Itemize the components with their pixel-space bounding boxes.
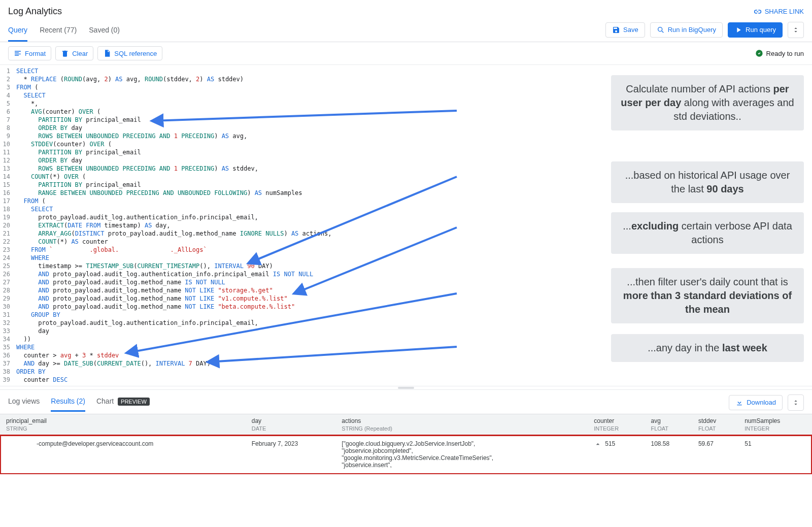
bigquery-icon	[657, 26, 665, 34]
page-title: Log Analytics	[8, 6, 62, 17]
line-gutter: 1234567891011121314151617181920212223242…	[0, 65, 14, 386]
editor-toolbar: Format Clear SQL reference Ready to run	[0, 42, 812, 64]
results-expand-button[interactable]	[788, 394, 804, 411]
doc-icon	[103, 49, 111, 57]
tab-results[interactable]: Results (2)	[51, 393, 85, 412]
page-header: Log Analytics SHARE LINK	[0, 0, 812, 21]
column-header[interactable]: numSamplesINTEGER	[738, 414, 812, 435]
tab-chart[interactable]: Chart PREVIEW	[96, 393, 150, 412]
sql-editor[interactable]: 1234567891011121314151617181920212223242…	[0, 65, 812, 386]
save-icon	[612, 26, 620, 34]
column-header[interactable]: dayDATE	[246, 414, 336, 435]
table-row[interactable]: -compute@developer.gserviceaccount.comFe…	[0, 435, 812, 474]
clear-button[interactable]: Clear	[55, 46, 93, 60]
column-header[interactable]: principal_emailSTRING	[0, 414, 246, 435]
drag-handle[interactable]	[0, 386, 812, 390]
column-header[interactable]: stddevFLOAT	[692, 414, 738, 435]
trash-icon	[61, 49, 69, 57]
expand-toggle-button[interactable]	[788, 22, 804, 38]
column-header[interactable]: avgFLOAT	[645, 414, 692, 435]
svg-line-1	[662, 31, 663, 32]
results-table: principal_emailSTRINGdayDATEactionsSTRIN…	[0, 414, 812, 474]
link-icon	[753, 7, 762, 16]
unfold-icon	[792, 399, 800, 407]
unfold-icon	[792, 26, 800, 34]
format-icon	[14, 49, 22, 57]
column-header[interactable]: counterINTEGER	[588, 414, 645, 435]
run-bigquery-button[interactable]: Run in BigQuery	[650, 22, 723, 38]
code-area[interactable]: SELECT * REPLACE (ROUND(avg, 2) AS avg, …	[14, 65, 812, 386]
results-tabbar: Log views Results (2) Chart PREVIEW Down…	[0, 390, 812, 412]
tab-logviews[interactable]: Log views	[8, 393, 40, 412]
format-button[interactable]: Format	[8, 46, 51, 60]
save-button[interactable]: Save	[605, 22, 645, 38]
preview-badge: PREVIEW	[118, 398, 150, 406]
results-header-row: principal_emailSTRINGdayDATEactionsSTRIN…	[0, 414, 812, 435]
tab-saved[interactable]: Saved (0)	[89, 21, 120, 42]
sql-editor-wrap: 1234567891011121314151617181920212223242…	[0, 64, 812, 386]
sql-reference-button[interactable]: SQL reference	[97, 46, 162, 60]
chevron-up-icon	[594, 440, 602, 448]
column-header[interactable]: actionsSTRING (Repeated)	[335, 414, 588, 435]
svg-point-0	[658, 27, 662, 31]
download-icon	[735, 399, 743, 407]
run-query-button[interactable]: Run query	[728, 22, 783, 38]
share-link-label: SHARE LINK	[765, 8, 804, 15]
tab-query[interactable]: Query	[8, 21, 27, 42]
query-status: Ready to run	[755, 49, 804, 57]
check-circle-icon	[755, 49, 763, 57]
download-button[interactable]: Download	[729, 395, 783, 410]
tab-bar: Query Recent (77) Saved (0) Save Run in …	[0, 21, 812, 42]
play-icon	[734, 26, 742, 34]
tab-recent[interactable]: Recent (77)	[40, 21, 77, 42]
share-link-button[interactable]: SHARE LINK	[753, 7, 804, 16]
